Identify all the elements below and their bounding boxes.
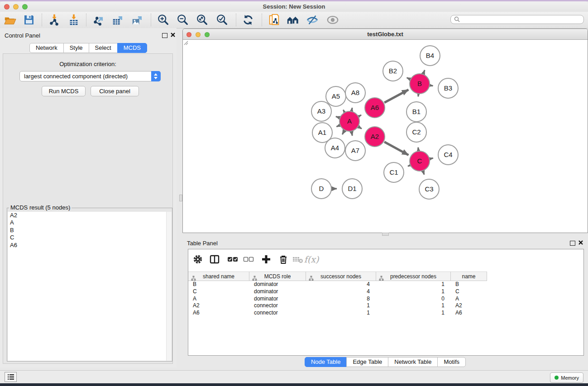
- run-mcds-button[interactable]: Run MCDS: [42, 86, 86, 96]
- graph-edge-C-C4[interactable]: [430, 158, 433, 158]
- graph-edge-A-A4[interactable]: [342, 131, 344, 134]
- graph-node-D1[interactable]: D1: [342, 179, 362, 199]
- graph-edge-A-A3[interactable]: [336, 116, 339, 118]
- hide-selected-icon[interactable]: [306, 13, 319, 27]
- table-cell[interactable]: 4: [306, 288, 376, 295]
- tab-edge-table[interactable]: Edge Table: [346, 357, 388, 367]
- list-scrollbar[interactable]: [166, 212, 172, 361]
- memory-button[interactable]: Memory: [550, 372, 583, 383]
- table-cell[interactable]: 0: [376, 295, 451, 303]
- table-cell[interactable]: A6: [188, 310, 249, 317]
- column-header-successor-nodes[interactable]: successor nodes: [306, 272, 376, 281]
- export-network-icon[interactable]: [92, 13, 105, 27]
- graph-node-A8[interactable]: A8: [345, 83, 365, 103]
- column-header-name[interactable]: name: [451, 272, 487, 281]
- table-cell[interactable]: connector: [249, 310, 306, 317]
- graph-node-B1[interactable]: B1: [406, 102, 426, 122]
- delete-row-icon[interactable]: [277, 253, 290, 266]
- table-row[interactable]: Adominator80A: [188, 295, 583, 303]
- new-network-icon[interactable]: [268, 13, 281, 27]
- table-cell[interactable]: 1: [376, 310, 451, 317]
- table-cell[interactable]: B: [451, 281, 487, 288]
- tab-network-table[interactable]: Network Table: [388, 357, 438, 367]
- graph-edge-A2-C[interactable]: [384, 142, 408, 155]
- table-cell[interactable]: 1: [306, 310, 376, 317]
- mcds-result-item[interactable]: A6: [8, 242, 172, 249]
- table-row[interactable]: Bdominator41B: [188, 281, 583, 288]
- table-cell[interactable]: B: [188, 281, 249, 288]
- table-cell[interactable]: dominator: [249, 281, 306, 288]
- graph-edge-A-A2[interactable]: [359, 127, 362, 129]
- show-all-icon[interactable]: [326, 13, 339, 27]
- table-row[interactable]: A2connector11A2: [188, 302, 583, 310]
- close-panel-button[interactable]: Close panel: [91, 86, 139, 96]
- select-all-icon[interactable]: [226, 253, 239, 266]
- table-cell[interactable]: connector: [249, 302, 306, 310]
- graph-edge-B-B3[interactable]: [430, 86, 433, 86]
- float-table-panel-icon[interactable]: [570, 241, 575, 246]
- zoom-out-icon[interactable]: [176, 13, 190, 27]
- table-cell[interactable]: C: [451, 288, 487, 295]
- graph-edge-A-A6[interactable]: [359, 115, 361, 116]
- graph-node-B[interactable]: B: [410, 74, 430, 94]
- tab-mcds[interactable]: MCDS: [117, 43, 147, 53]
- graph-node-C1[interactable]: C1: [384, 162, 404, 182]
- open-session-icon[interactable]: [3, 13, 17, 27]
- graph-node-C4[interactable]: C4: [438, 145, 458, 165]
- table-row[interactable]: A6connector11A6: [188, 310, 583, 317]
- network-canvas[interactable]: B4B2BB3A5A8A6A3B1AA1C2A2A4A7CC4C1C3DD1: [183, 40, 588, 233]
- graph-node-C2[interactable]: C2: [406, 122, 426, 142]
- column-header-shared-name[interactable]: shared name: [188, 272, 249, 281]
- graph-node-D[interactable]: D: [311, 179, 331, 199]
- graph-node-B3[interactable]: B3: [438, 78, 458, 98]
- graph-node-A7[interactable]: A7: [345, 141, 365, 161]
- table-cell[interactable]: 1: [376, 302, 451, 310]
- graph-edge-A-A8[interactable]: [352, 108, 352, 110]
- tab-network[interactable]: Network: [29, 43, 64, 53]
- search-input[interactable]: [450, 15, 584, 24]
- tab-select[interactable]: Select: [89, 43, 118, 53]
- graph-node-A[interactable]: A: [339, 111, 359, 131]
- mcds-result-item[interactable]: A2: [8, 212, 172, 219]
- graph-edge-C-C1[interactable]: [408, 166, 410, 167]
- show-columns-icon[interactable]: [208, 253, 221, 266]
- graph-node-B4[interactable]: B4: [420, 46, 440, 66]
- graph-edge-A-A7[interactable]: [352, 132, 353, 136]
- add-row-icon[interactable]: [260, 253, 272, 266]
- table-settings-icon[interactable]: [191, 253, 204, 266]
- table-cell[interactable]: 1: [376, 281, 451, 288]
- first-neighbors-icon[interactable]: [286, 13, 300, 27]
- table-cell[interactable]: 8: [306, 295, 376, 303]
- tab-style[interactable]: Style: [63, 43, 89, 53]
- graph-node-A5[interactable]: A5: [326, 86, 346, 106]
- mcds-result-item[interactable]: B: [8, 227, 172, 234]
- zoom-fit-icon[interactable]: [196, 13, 209, 27]
- table-cell[interactable]: 1: [376, 288, 451, 295]
- mcds-result-item[interactable]: C: [8, 234, 172, 241]
- table-cell[interactable]: A: [188, 295, 249, 303]
- table-cell[interactable]: A2: [451, 302, 487, 310]
- mcds-result-list[interactable]: A2ABCA6: [8, 212, 172, 361]
- save-session-icon[interactable]: [22, 13, 36, 27]
- apply-layout-icon[interactable]: [241, 13, 255, 27]
- table-cell[interactable]: dominator: [249, 295, 306, 303]
- graph-node-B2[interactable]: B2: [383, 61, 403, 81]
- criterion-dropdown[interactable]: largest connected component (directed): [19, 71, 161, 81]
- table-cell[interactable]: dominator: [249, 288, 306, 295]
- column-header-mcds-role[interactable]: MCDS role: [249, 272, 306, 281]
- table-row[interactable]: Cdominator41C: [188, 288, 583, 295]
- import-table-icon[interactable]: [67, 13, 81, 27]
- graph-edge-B-B1[interactable]: [418, 95, 419, 96]
- table-cell[interactable]: 1: [306, 302, 376, 310]
- table-cell[interactable]: A: [451, 295, 487, 303]
- graph-edge-B-B2[interactable]: [407, 78, 410, 79]
- close-table-panel-icon[interactable]: [578, 240, 583, 245]
- column-header-predecessor-nodes[interactable]: predecessor nodes: [376, 272, 451, 281]
- horizontal-splitter-handle[interactable]: [382, 233, 389, 236]
- export-table-icon[interactable]: [111, 13, 124, 27]
- tab-node-table[interactable]: Node Table: [305, 357, 347, 367]
- graph-edge-C-C2[interactable]: [418, 148, 419, 150]
- network-window-titlebar[interactable]: testGlobe.txt: [183, 29, 588, 40]
- float-panel-icon[interactable]: [162, 33, 167, 38]
- tab-motifs[interactable]: Motifs: [437, 357, 466, 367]
